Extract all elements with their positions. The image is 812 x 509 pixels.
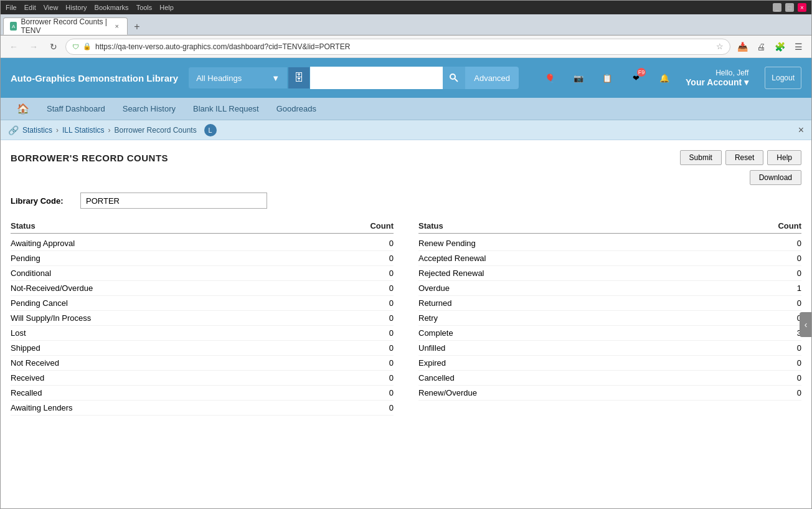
tab-close-button[interactable]: × <box>113 22 121 31</box>
submit-button[interactable]: Submit <box>680 150 722 165</box>
forward-button[interactable]: → <box>26 39 42 55</box>
library-code-label: Library Code: <box>11 196 73 206</box>
logout-button[interactable]: Logout <box>765 67 801 89</box>
status-awaiting-approval: Awaiting Approval <box>11 239 356 248</box>
table-row: Renew Pending 0 <box>418 236 801 251</box>
breadcrumb-ill-statistics[interactable]: ILL Statistics <box>62 126 105 135</box>
status-renew-overdue: Renew/Overdue <box>418 388 764 397</box>
sidebar-item-goodreads[interactable]: Goodreads <box>268 98 325 120</box>
view-menu[interactable]: View <box>44 4 59 11</box>
svg-point-0 <box>450 74 455 79</box>
main-content: BORROWER'S RECORD COUNTS Submit Reset He… <box>1 140 811 508</box>
favorites-icon[interactable]: ❤ F9 <box>625 67 647 89</box>
refresh-button[interactable]: ↻ <box>45 39 62 55</box>
status-received: Received <box>11 373 356 383</box>
count-renew-pending: 0 <box>764 239 801 248</box>
left-status-header: Status <box>11 221 356 231</box>
header-buttons: Submit Reset Help <box>680 150 801 165</box>
print-icon[interactable]: 🖨 <box>753 39 769 55</box>
status-overdue: Overdue <box>418 283 764 293</box>
balloon-icon[interactable]: 🎈 <box>539 67 561 89</box>
status-cancelled: Cancelled <box>418 373 764 383</box>
breadcrumb-statistics[interactable]: Statistics <box>22 126 52 135</box>
status-expired: Expired <box>418 358 764 368</box>
download-button[interactable]: Download <box>750 170 801 185</box>
heading-dropdown[interactable]: All Headings ▼ <box>188 67 288 89</box>
status-complete: Complete <box>418 328 764 338</box>
history-menu[interactable]: History <box>65 4 87 11</box>
help-button[interactable]: Help <box>767 150 801 165</box>
status-rejected-renewal: Rejected Renewal <box>418 269 764 278</box>
count-renew-overdue: 0 <box>764 388 801 397</box>
table-row: Unfilled 0 <box>418 341 801 356</box>
status-pending-cancel: Pending Cancel <box>11 298 356 308</box>
count-awaiting-lenders: 0 <box>356 403 394 412</box>
content-header: BORROWER'S RECORD COUNTS Submit Reset He… <box>11 150 801 165</box>
count-pending-cancel: 0 <box>356 298 394 308</box>
list-icon[interactable]: 📋 <box>596 67 618 89</box>
table-row: Awaiting Approval 0 <box>11 236 394 251</box>
staff-dashboard-label: Staff Dashboard <box>47 104 105 113</box>
lock-icon: 🔒 <box>83 42 92 50</box>
tools-menu[interactable]: Tools <box>136 4 153 11</box>
library-code-input[interactable] <box>80 193 267 209</box>
right-status-header: Status <box>418 221 764 231</box>
advanced-button[interactable]: Advanced <box>465 67 519 89</box>
catalog-icon[interactable]: 📷 <box>567 67 590 89</box>
sidebar-item-home[interactable]: 🏠 <box>8 98 38 120</box>
count-pending: 0 <box>356 254 394 263</box>
data-table-container: Status Count Awaiting Approval 0 Pending… <box>11 221 801 416</box>
database-icon[interactable]: 🗄 <box>288 67 310 89</box>
active-tab[interactable]: A Borrower Record Counts | TENV × <box>3 17 128 35</box>
count-not-received: 0 <box>356 358 394 368</box>
sidebar-item-staff-dashboard[interactable]: Staff Dashboard <box>38 98 114 120</box>
bookmarks-menu[interactable]: Bookmarks <box>95 4 129 11</box>
address-full: https://qa-tenv-verso.auto-graphics.com/… <box>95 42 350 51</box>
pocket-icon[interactable]: 📥 <box>734 39 750 55</box>
table-row: Pending Cancel 0 <box>11 296 394 311</box>
table-row: Renew/Overdue 0 <box>418 386 801 401</box>
breadcrumb-icon: 🔗 <box>8 125 19 135</box>
nav-bar: ← → ↻ 🛡 🔒 https://qa-tenv-verso.auto-gra… <box>1 36 811 58</box>
search-input[interactable] <box>310 67 443 89</box>
status-not-received: Not Received <box>11 358 356 368</box>
count-cancelled: 0 <box>764 373 801 383</box>
right-count-header: Count <box>764 221 801 231</box>
count-will-supply: 0 <box>356 313 394 323</box>
breadcrumb-current: Borrower Record Counts <box>115 126 197 135</box>
home-icon: 🏠 <box>17 103 29 115</box>
sidebar-toggle-button[interactable]: ‹ <box>800 312 811 337</box>
left-data-column: Status Count Awaiting Approval 0 Pending… <box>11 221 394 416</box>
table-row: Recalled 0 <box>11 386 394 401</box>
extensions-icon[interactable]: 🧩 <box>772 39 788 55</box>
sidebar-item-search-history[interactable]: Search History <box>114 98 184 120</box>
count-rejected-renewal: 0 <box>764 269 801 278</box>
count-lost: 0 <box>356 328 394 338</box>
breadcrumb-close-button[interactable]: × <box>798 125 804 136</box>
minimize-button[interactable]: _ <box>773 3 781 12</box>
close-button[interactable]: × <box>798 3 806 12</box>
search-button[interactable] <box>443 67 465 89</box>
menu-icon[interactable]: ☰ <box>790 39 806 55</box>
bookmark-star-icon[interactable]: ☆ <box>716 42 724 51</box>
left-table-header: Status Count <box>11 221 394 234</box>
notifications-icon[interactable]: 🔔 <box>653 67 676 89</box>
table-row: Returned 0 <box>418 296 801 311</box>
edit-menu[interactable]: Edit <box>24 4 36 11</box>
reset-button[interactable]: Reset <box>725 150 763 165</box>
title-bar-left: File Edit View History Bookmarks Tools H… <box>6 4 174 11</box>
help-menu[interactable]: Help <box>159 4 174 11</box>
maximize-button[interactable]: □ <box>785 3 794 12</box>
sidebar-item-blank-ill-request[interactable]: Blank ILL Request <box>184 98 268 120</box>
address-bar[interactable]: 🛡 🔒 https://qa-tenv-verso.auto-graphics.… <box>65 39 730 55</box>
count-complete: 3 <box>764 328 801 338</box>
library-code-section: Library Code: <box>11 193 801 209</box>
file-menu[interactable]: File <box>6 4 17 11</box>
table-row: Rejected Renewal 0 <box>418 266 801 281</box>
status-conditional: Conditional <box>11 269 356 278</box>
table-row: Shipped 0 <box>11 341 394 356</box>
page-title: BORROWER'S RECORD COUNTS <box>11 153 168 163</box>
new-tab-button[interactable]: + <box>129 19 145 35</box>
user-account-button[interactable]: Your Account ▾ <box>686 77 748 87</box>
back-button[interactable]: ← <box>6 39 22 55</box>
